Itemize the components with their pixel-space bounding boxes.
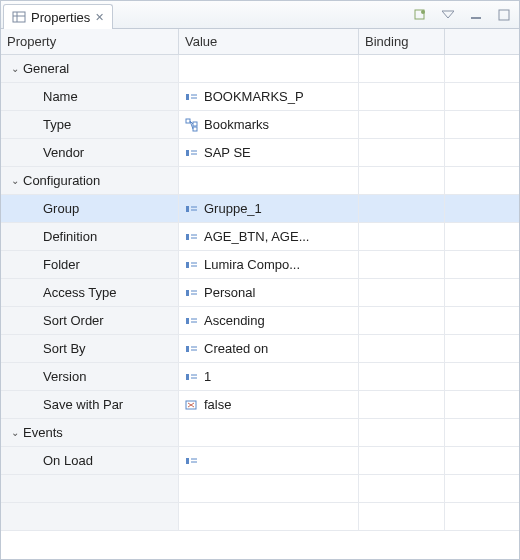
property-row[interactable]: Sort ByCreated on <box>1 335 519 363</box>
value-type-icon <box>185 314 199 328</box>
binding-cell[interactable] <box>359 447 445 474</box>
chevron-down-icon: ⌄ <box>9 175 21 186</box>
property-row[interactable]: Version1 <box>1 363 519 391</box>
property-row[interactable]: GroupGruppe_1 <box>1 195 519 223</box>
property-row[interactable]: Access TypePersonal <box>1 279 519 307</box>
property-label: Name <box>43 89 78 104</box>
property-row[interactable]: Sort OrderAscending <box>1 307 519 335</box>
tabbar-spacer <box>113 1 411 28</box>
property-value-cell[interactable]: Created on <box>179 335 359 362</box>
svg-rect-13 <box>193 127 197 131</box>
chevron-down-icon: ⌄ <box>9 427 21 438</box>
binding-cell[interactable] <box>359 363 445 390</box>
category-label: Configuration <box>23 173 100 188</box>
svg-rect-34 <box>186 346 189 352</box>
property-label: Version <box>43 369 86 384</box>
category-general[interactable]: ⌄General <box>1 55 519 83</box>
value-type-icon <box>185 230 199 244</box>
binding-cell[interactable] <box>359 195 445 222</box>
property-value-cell[interactable]: SAP SE <box>179 139 359 166</box>
binding-cell[interactable] <box>359 335 445 362</box>
category-configuration[interactable]: ⌄Configuration <box>1 167 519 195</box>
value-type-icon <box>185 286 199 300</box>
binding-cell[interactable] <box>359 251 445 278</box>
tab-properties[interactable]: Properties ✕ <box>3 4 113 29</box>
property-value: Lumira Compo... <box>204 257 300 272</box>
property-row[interactable]: TypeBookmarks <box>1 111 519 139</box>
value-type-icon <box>185 370 199 384</box>
binding-cell[interactable] <box>359 139 445 166</box>
property-row[interactable]: On Load <box>1 447 519 475</box>
svg-rect-0 <box>13 12 25 22</box>
svg-rect-11 <box>186 119 190 123</box>
minimize-icon[interactable] <box>467 6 485 24</box>
property-label: Group <box>43 201 79 216</box>
property-value-cell[interactable]: Gruppe_1 <box>179 195 359 222</box>
svg-rect-19 <box>186 206 189 212</box>
header-binding[interactable]: Binding <box>359 29 445 54</box>
tabbar-tools <box>411 1 519 28</box>
svg-rect-8 <box>186 94 189 100</box>
svg-rect-12 <box>193 122 197 126</box>
pin-icon[interactable] <box>411 6 429 24</box>
header-value[interactable]: Value <box>179 29 359 54</box>
property-row[interactable]: Save with Parfalse <box>1 391 519 419</box>
binding-cell[interactable] <box>359 111 445 138</box>
column-headers: Property Value Binding <box>1 29 519 55</box>
value-type-icon <box>185 342 199 356</box>
svg-rect-28 <box>186 290 189 296</box>
value-type-icon <box>185 454 199 468</box>
property-value: false <box>204 397 231 412</box>
binding-cell[interactable] <box>359 279 445 306</box>
svg-rect-43 <box>186 458 189 464</box>
property-value: 1 <box>204 369 211 384</box>
property-value: Personal <box>204 285 255 300</box>
property-value: AGE_BTN, AGE... <box>204 229 309 244</box>
value-type-icon <box>185 90 199 104</box>
binding-cell[interactable] <box>359 307 445 334</box>
property-value-cell[interactable]: 1 <box>179 363 359 390</box>
header-rest <box>445 29 519 54</box>
svg-rect-6 <box>471 17 481 19</box>
property-value-cell[interactable]: false <box>179 391 359 418</box>
property-label: Folder <box>43 257 80 272</box>
property-value-cell[interactable]: Ascending <box>179 307 359 334</box>
property-row[interactable]: FolderLumira Compo... <box>1 251 519 279</box>
property-value-cell[interactable]: Personal <box>179 279 359 306</box>
property-label: Vendor <box>43 145 84 160</box>
svg-rect-7 <box>499 10 509 20</box>
property-label: Sort Order <box>43 313 104 328</box>
properties-icon <box>12 10 26 24</box>
property-label: Save with Par <box>43 397 123 412</box>
property-value-cell[interactable]: BOOKMARKS_P <box>179 83 359 110</box>
category-events[interactable]: ⌄Events <box>1 419 519 447</box>
property-grid: ⌄GeneralNameBOOKMARKS_PTypeBookmarksVend… <box>1 55 519 531</box>
property-value: Bookmarks <box>204 117 269 132</box>
binding-cell[interactable] <box>359 391 445 418</box>
property-value: BOOKMARKS_P <box>204 89 304 104</box>
binding-cell[interactable] <box>359 223 445 250</box>
svg-marker-5 <box>442 11 454 18</box>
property-value-cell[interactable]: AGE_BTN, AGE... <box>179 223 359 250</box>
binding-cell[interactable] <box>359 83 445 110</box>
value-type-icon <box>185 398 199 412</box>
value-type-icon <box>185 118 199 132</box>
property-value-cell[interactable]: Bookmarks <box>179 111 359 138</box>
property-value-cell[interactable]: Lumira Compo... <box>179 251 359 278</box>
maximize-icon[interactable] <box>495 6 513 24</box>
header-property[interactable]: Property <box>1 29 179 54</box>
svg-rect-25 <box>186 262 189 268</box>
view-tabbar: Properties ✕ <box>1 1 519 29</box>
close-icon[interactable]: ✕ <box>95 11 104 24</box>
tab-title: Properties <box>31 10 90 25</box>
svg-rect-16 <box>186 150 189 156</box>
property-value: Created on <box>204 341 268 356</box>
property-row[interactable]: NameBOOKMARKS_P <box>1 83 519 111</box>
property-label: Access Type <box>43 285 116 300</box>
property-row[interactable]: VendorSAP SE <box>1 139 519 167</box>
view-menu-icon[interactable] <box>439 6 457 24</box>
svg-rect-37 <box>186 374 189 380</box>
property-row[interactable]: DefinitionAGE_BTN, AGE... <box>1 223 519 251</box>
property-value: Gruppe_1 <box>204 201 262 216</box>
property-value-cell[interactable] <box>179 447 359 474</box>
